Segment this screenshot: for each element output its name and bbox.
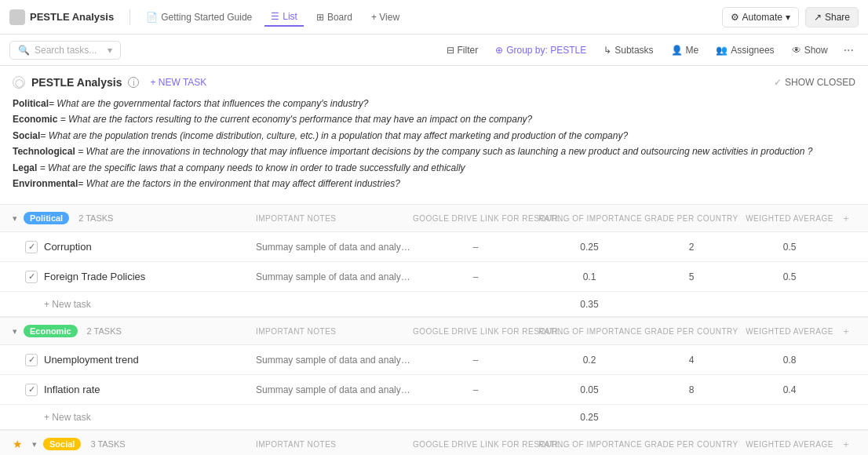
subtasks-icon: ↳ xyxy=(604,45,611,56)
new-task-link-political[interactable]: + New task xyxy=(44,299,91,310)
project-title-row: ◯ PESTLE Analysis i + NEW TASK ✓ SHOW CL… xyxy=(13,75,855,89)
app-title: PESTLE Analysis xyxy=(30,11,114,23)
task-weighted: 0.5 xyxy=(742,271,837,282)
add-col-social-button[interactable]: + xyxy=(837,439,855,450)
col-header-rating-soc: RATING OF IMPORTANCE xyxy=(538,440,640,449)
col-header-rating-eco: RATING OF IMPORTANCE xyxy=(538,327,640,336)
task-data: Summay sample of data and analysis. – 0.… xyxy=(256,242,855,253)
col-header-drive: GOOGLE DRIVE LINK FOR RESOUR... xyxy=(413,214,538,223)
circle-icon: ◯ xyxy=(13,76,25,89)
new-task-button[interactable]: + NEW TASK xyxy=(145,75,211,89)
col-header-weighted-eco: WEIGHTED AVERAGE xyxy=(742,327,837,336)
group-icon: ⊕ xyxy=(495,45,503,56)
share-icon: ↗ xyxy=(814,12,822,23)
group-by-button[interactable]: ⊕ Group by: PESTLE xyxy=(489,42,593,58)
show-button[interactable]: 👁 Show xyxy=(786,42,834,58)
col-header-notes: IMPORTANT NOTES xyxy=(256,214,413,223)
toolbar-right: ⊟ Filter ⊕ Group by: PESTLE ↳ Subtasks 👤… xyxy=(440,42,859,59)
group-political: ▾ Political 2 TASKS IMPORTANT NOTES GOOG… xyxy=(0,204,868,317)
col-header-notes-eco: IMPORTANT NOTES xyxy=(256,327,413,336)
nav-right: ⚙ Automate ▾ ↗ Share xyxy=(722,7,859,27)
group-arrow-social[interactable]: ▾ xyxy=(32,439,37,450)
doc-icon: 📄 xyxy=(146,12,158,23)
filter-button[interactable]: ⊟ Filter xyxy=(440,42,485,58)
me-icon: 👤 xyxy=(671,45,683,56)
add-col-political-button[interactable]: + xyxy=(837,213,855,224)
search-icon: 🔍 xyxy=(18,45,30,56)
economic-col-headers: IMPORTANT NOTES GOOGLE DRIVE LINK FOR RE… xyxy=(256,326,855,337)
project-title: PESTLE Analysis xyxy=(31,76,122,89)
task-rating: 0.25 xyxy=(538,242,640,253)
task-name[interactable]: Unemployment trend xyxy=(44,354,139,366)
board-icon: ⊞ xyxy=(316,12,324,23)
social-badge: Social xyxy=(43,438,81,450)
political-badge: Political xyxy=(24,212,69,224)
task-checkbox[interactable]: ✓ xyxy=(25,384,38,396)
task-grade: 2 xyxy=(640,242,742,253)
task-name[interactable]: Corruption xyxy=(44,241,138,253)
task-grade: 5 xyxy=(640,271,742,282)
logo-icon xyxy=(9,9,25,25)
task-drive: – xyxy=(413,242,538,253)
table-row: ✓ Inflation rate Summay sample of data a… xyxy=(0,375,868,405)
social-col-headers: IMPORTANT NOTES GOOGLE DRIVE LINK FOR RE… xyxy=(256,439,855,450)
group-arrow-economic[interactable]: ▾ xyxy=(13,326,17,337)
table-row: ✓ Corruption Summay sample of data and a… xyxy=(0,232,868,262)
group-arrow-political[interactable]: ▾ xyxy=(13,213,17,224)
task-rating: 0.1 xyxy=(538,271,640,282)
subtasks-button[interactable]: ↳ Subtasks xyxy=(597,42,659,58)
task-drive: – xyxy=(413,355,538,366)
assignees-button[interactable]: 👥 Assignees xyxy=(709,42,780,58)
col-header-drive-eco: GOOGLE DRIVE LINK FOR RESOUR... xyxy=(413,327,538,336)
col-header-drive-soc: GOOGLE DRIVE LINK FOR RESOUR... xyxy=(413,440,538,449)
automate-icon: ⚙ xyxy=(731,12,739,23)
show-closed-button[interactable]: ✓ SHOW CLOSED xyxy=(774,77,855,88)
col-header-notes-soc: IMPORTANT NOTES xyxy=(256,440,413,449)
table-row: ✓ Foreign Trade Policies Summay sample o… xyxy=(0,262,868,292)
task-notes: Summay sample of data and analysis. xyxy=(256,242,413,253)
info-icon[interactable]: i xyxy=(128,77,139,88)
nav-board[interactable]: ⊞ Board xyxy=(310,9,359,26)
group-social: ★ ▾ Social 3 TASKS IMPORTANT NOTES GOOGL… xyxy=(0,430,868,455)
task-weighted: 0.4 xyxy=(742,384,837,395)
task-notes: Summay sample of data and analysis. xyxy=(256,271,413,282)
project-description: Political= What are the governmental fac… xyxy=(13,96,855,198)
share-button[interactable]: ↗ Share xyxy=(805,7,859,27)
table-row: ✓ Unemployment trend Summay sample of da… xyxy=(0,345,868,375)
search-box[interactable]: 🔍 Search tasks... ▾ xyxy=(9,41,121,60)
more-options-button[interactable]: ··· xyxy=(839,42,859,59)
new-task-link-economic[interactable]: + New task xyxy=(44,412,91,423)
task-checkbox[interactable]: ✓ xyxy=(25,354,38,366)
col-header-grade-eco: GRADE PER COUNTRY xyxy=(640,327,742,336)
nav-getting-started[interactable]: 📄 Getting Started Guide xyxy=(140,9,258,26)
me-button[interactable]: 👤 Me xyxy=(665,42,706,58)
eye-icon: 👁 xyxy=(792,45,801,56)
col-header-grade: GRADE PER COUNTRY xyxy=(640,214,742,223)
task-grade: 8 xyxy=(640,384,742,395)
main-content: ◯ PESTLE Analysis i + NEW TASK ✓ SHOW CL… xyxy=(0,66,868,455)
app-logo: PESTLE Analysis xyxy=(9,9,114,25)
add-col-economic-button[interactable]: + xyxy=(837,326,855,337)
nav-add-view[interactable]: + View xyxy=(365,9,406,26)
group-economic: ▾ Economic 2 TASKS IMPORTANT NOTES GOOGL… xyxy=(0,317,868,430)
automate-button[interactable]: ⚙ Automate ▾ xyxy=(722,7,799,27)
group-political-header: ▾ Political 2 TASKS IMPORTANT NOTES GOOG… xyxy=(0,204,868,232)
task-drive: – xyxy=(413,271,538,282)
political-subtotal: 0.35 xyxy=(538,299,640,310)
project-header: ◯ PESTLE Analysis i + NEW TASK ✓ SHOW CL… xyxy=(0,66,868,204)
task-checkbox[interactable]: ✓ xyxy=(25,241,38,253)
task-drive: – xyxy=(413,384,538,395)
task-name[interactable]: Foreign Trade Policies xyxy=(44,271,145,282)
star-icon: ★ xyxy=(13,438,23,450)
task-notes: Summay sample of data and analysis. xyxy=(256,355,413,366)
col-header-weighted: WEIGHTED AVERAGE xyxy=(742,214,837,223)
task-name[interactable]: Inflation rate xyxy=(44,384,138,395)
chevron-down-icon: ▾ xyxy=(108,45,112,56)
task-data: Summay sample of data and analysis. – 0.… xyxy=(256,271,855,282)
nav-list[interactable]: ☰ List xyxy=(264,8,304,27)
nav-divider xyxy=(129,9,130,25)
task-data: Summay sample of data and analysis. – 0.… xyxy=(256,384,855,395)
task-checkbox[interactable]: ✓ xyxy=(25,271,38,283)
group-economic-header: ▾ Economic 2 TASKS IMPORTANT NOTES GOOGL… xyxy=(0,317,868,345)
top-nav: PESTLE Analysis 📄 Getting Started Guide … xyxy=(0,0,868,35)
